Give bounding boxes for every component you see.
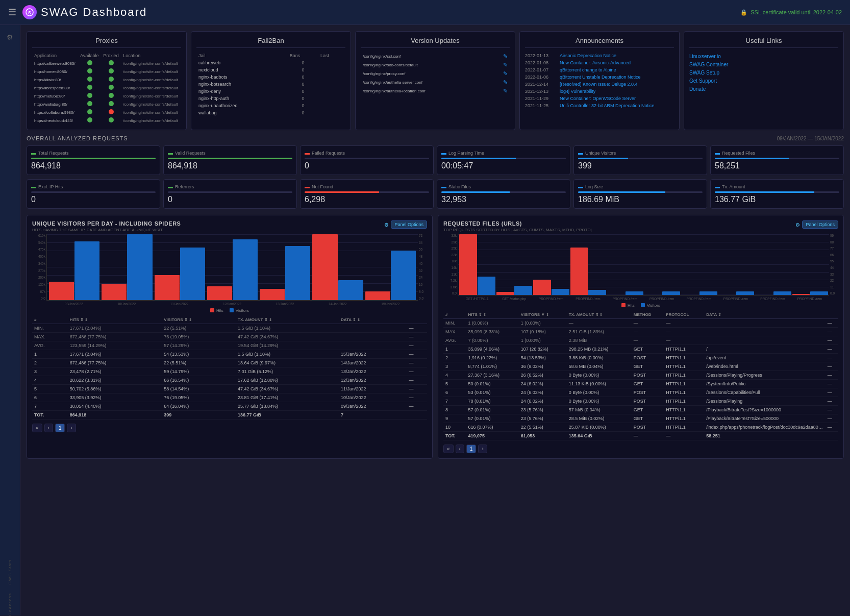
useful-link[interactable]: Donate bbox=[689, 86, 706, 92]
announce-link[interactable]: qBittorrent change to Alpine bbox=[560, 67, 616, 72]
announce-link[interactable]: Airsonic Deprecation Notice bbox=[560, 53, 616, 58]
row-hits: 53 (0.01%) bbox=[466, 388, 519, 397]
table-row: 1 17,671 (2.04%) 54 (13.53%) 1.5 GiB (1.… bbox=[32, 350, 427, 358]
announce-date: 2021-11-29 bbox=[525, 96, 556, 101]
req-col-tx[interactable]: TX. AMOUNT ⇕ bbox=[567, 311, 632, 319]
bar-group bbox=[644, 234, 681, 295]
version-edit-icon[interactable]: ✎ bbox=[492, 78, 510, 87]
stat-bar bbox=[578, 158, 703, 159]
visitors-data-table: # HITS ⇕ VISITORS ⇕ TX. AMOUNT ⇕ DATA ⇕ … bbox=[32, 316, 427, 420]
stat-value: 0 bbox=[168, 195, 292, 204]
y-axis-label: 88 bbox=[830, 241, 838, 244]
row-data: / bbox=[704, 344, 826, 353]
visitors-bar bbox=[127, 234, 152, 300]
row-hits: 28,622 (3.31%) bbox=[68, 376, 162, 384]
useful-link[interactable]: Linuxserver.io bbox=[689, 54, 721, 59]
row-visitors: 24 (6.02%) bbox=[519, 397, 567, 405]
version-edit-icon[interactable]: ✎ bbox=[492, 69, 510, 78]
f2b-jail: calibreweb bbox=[196, 59, 288, 66]
y-axis-label: 14k bbox=[443, 266, 457, 270]
visitors-col-spacer bbox=[407, 316, 427, 324]
row-tx: 47.42 GiB (34.67%) bbox=[236, 332, 339, 341]
stat-label: ▬ Tx. Amount bbox=[715, 184, 839, 189]
stat-label: ▬ Referrers bbox=[168, 184, 292, 189]
page-1-btn[interactable]: 1 bbox=[55, 424, 65, 432]
row-num: 10 bbox=[443, 423, 466, 431]
table-total-row: TOT. 864,918 399 136.77 GiB 7 bbox=[32, 410, 427, 419]
proxy-location: /config/nginx/site-confs/default bbox=[121, 108, 181, 116]
announce-link[interactable]: New Container: Airsonic-Advanced bbox=[560, 60, 631, 65]
stat-label: ▬ Total Requests bbox=[31, 150, 156, 156]
proxy-available bbox=[78, 116, 101, 125]
x-axis-label: 15/Jan/2022 bbox=[364, 303, 417, 306]
check-green-icon bbox=[87, 93, 92, 98]
row-spacer: — bbox=[826, 318, 838, 327]
useful-link[interactable]: SWAG Container bbox=[689, 62, 728, 67]
version-updates-panel: Version Updates /config/nginx/ssl.conf ✎… bbox=[355, 31, 515, 130]
row-tx: 57 MiB (0.04%) bbox=[567, 405, 632, 414]
stat-card: ▬ Static Files 32,953 bbox=[437, 179, 570, 209]
announce-link[interactable]: New Container: OpenVSCode Server bbox=[560, 96, 636, 101]
announcements-title: Announcements bbox=[525, 37, 674, 48]
row-visitors: 24 (6.02%) bbox=[519, 388, 567, 397]
row-num: 9 bbox=[443, 414, 466, 423]
stat-bar-fill bbox=[715, 158, 789, 159]
visitors-col-tx[interactable]: TX. AMOUNT ⇕ bbox=[236, 316, 339, 324]
header-logo: S SWAG Dashboard bbox=[22, 5, 147, 19]
version-edit-icon[interactable]: ✎ bbox=[492, 52, 510, 61]
req-page-next-btn[interactable]: › bbox=[478, 445, 487, 453]
stat-bar-icon: ▬ bbox=[578, 184, 583, 189]
page-first-btn[interactable]: « bbox=[32, 424, 42, 432]
row-spacer: — bbox=[407, 384, 427, 393]
total-data: 7 bbox=[339, 410, 407, 419]
visitors-col-hits[interactable]: HITS ⇕ bbox=[68, 316, 162, 324]
f2b-col-bans: Bans bbox=[288, 52, 318, 59]
check-green-icon bbox=[109, 77, 114, 82]
req-col-visitors[interactable]: VISITORS ▼ bbox=[519, 311, 567, 319]
total-tx: 135.64 GiB bbox=[567, 431, 632, 440]
announce-link[interactable]: [Resolved] Known Issue: Deluge 2.0.4 bbox=[560, 82, 638, 87]
legend-hits: Hits bbox=[210, 308, 223, 313]
req-page-1-btn[interactable]: 1 bbox=[466, 445, 477, 453]
version-edit-icon[interactable]: ✎ bbox=[492, 61, 510, 69]
proxies-col-location: Location bbox=[121, 52, 181, 59]
version-edit-icon[interactable]: ✎ bbox=[492, 87, 510, 95]
bar-group bbox=[755, 234, 791, 295]
announce-link[interactable]: log4j Vulnerability bbox=[560, 89, 595, 94]
visitors-bars-container bbox=[46, 234, 418, 301]
announce-link[interactable]: qBittorrent Unstable Deprecation Notice bbox=[560, 75, 641, 80]
announce-link[interactable]: Unifi Controller 32-bit ARM Deprecation … bbox=[560, 103, 655, 108]
y-axis-label: 16 bbox=[419, 283, 427, 287]
f2b-bans: 0 bbox=[288, 81, 318, 88]
stat-bar-icon: ▬ bbox=[441, 150, 446, 156]
useful-link[interactable]: SWAG Setup bbox=[689, 70, 719, 76]
requested-panel-options-btn[interactable]: Panel Options bbox=[802, 220, 838, 229]
visitors-panel-options-wrap: ⚙ Panel Options bbox=[384, 220, 427, 229]
sidebar-gear-icon[interactable]: ⚙ bbox=[7, 33, 13, 41]
row-num: 4 bbox=[32, 376, 68, 384]
hits-bar bbox=[102, 284, 127, 300]
useful-link[interactable]: Get Support bbox=[689, 78, 717, 84]
visitors-col-visitors[interactable]: VISITORS ⇕ bbox=[162, 316, 236, 324]
req-page-prev-btn[interactable]: ‹ bbox=[456, 445, 464, 453]
req-col-hits[interactable]: HITS ⇕ bbox=[466, 311, 519, 319]
requested-files-subtitle: TOP REQUESTS SORTED BY HITS | AVGTS, CUM… bbox=[443, 228, 592, 232]
row-label: AVG. bbox=[32, 341, 68, 350]
menu-icon[interactable]: ☰ bbox=[8, 7, 16, 18]
row-data: /index.php/apps/phonetrack/logPost/doc30… bbox=[704, 423, 826, 431]
page-next-btn[interactable]: › bbox=[67, 424, 76, 432]
stat-value: 864,918 bbox=[168, 161, 292, 170]
table-row: 9 57 (0.01%) 23 (5.76%) 28.5 MiB (0.02%)… bbox=[443, 414, 838, 423]
version-path: /config/nginx/authelia-server.conf bbox=[361, 78, 492, 87]
visitors-col-data[interactable]: DATA ⇕ bbox=[339, 316, 407, 324]
visitors-panel-options-btn[interactable]: Panel Options bbox=[391, 220, 427, 229]
stats-grid-2: ▬ Excl. IP Hits 0 ▬ Referrers 0 ▬ Not Fo… bbox=[27, 179, 844, 209]
proxy-location: /config/nginx/site-confs/default bbox=[121, 67, 181, 76]
visitors-bar bbox=[514, 286, 532, 295]
page-prev-btn[interactable]: ‹ bbox=[44, 424, 53, 432]
check-green-icon bbox=[87, 68, 92, 73]
req-page-first-btn[interactable]: « bbox=[443, 445, 454, 453]
bar-group bbox=[155, 234, 205, 300]
stat-bar bbox=[168, 191, 292, 193]
proxy-available bbox=[78, 67, 101, 76]
